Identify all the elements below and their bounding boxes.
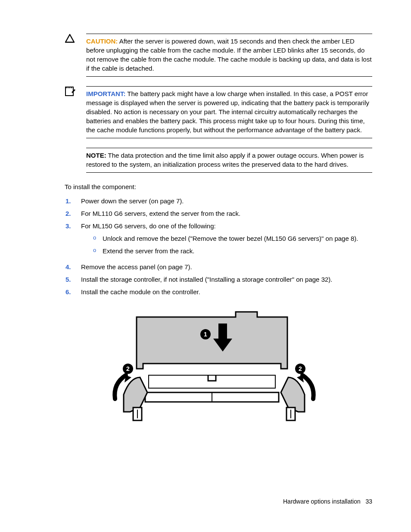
install-figure: 1 2 2: [65, 308, 372, 436]
step-item: 3. For ML150 G6 servers, do one of the f…: [65, 221, 372, 259]
step-item: 4. Remove the access panel (on page 7).: [65, 262, 372, 271]
step-item: 1. Power down the server (on page 7).: [65, 196, 372, 205]
important-body: IMPORTANT: The battery pack might have a…: [86, 86, 372, 138]
note-label: NOTE:: [86, 152, 106, 159]
step-item: 2. For ML110 G6 servers, extend the serv…: [65, 209, 372, 218]
step-text: Install the storage controller, if not i…: [81, 275, 372, 284]
substeps-list: o Unlock and remove the bezel ("Remove t…: [93, 234, 372, 255]
page-footer: Hardware options installation 33: [283, 498, 372, 506]
steps-list: 1. Power down the server (on page 7). 2.…: [65, 196, 372, 296]
step-number: 5.: [65, 275, 81, 284]
footer-section: Hardware options installation: [283, 498, 361, 505]
step-text: Power down the server (on page 7).: [81, 196, 372, 205]
caution-callout: CAUTION: After the server is powered dow…: [65, 34, 372, 77]
note-text: The data protection and the time limit a…: [86, 152, 364, 168]
step-text-inner: For ML150 G6 servers, do one of the foll…: [81, 222, 216, 230]
substep-item: o Unlock and remove the bezel ("Remove t…: [93, 234, 372, 243]
step-text: Install the cache module on the controll…: [81, 287, 372, 296]
important-icon: [65, 86, 86, 99]
important-callout: IMPORTANT: The battery pack might have a…: [65, 86, 372, 138]
important-text: The battery pack might have a low charge…: [86, 90, 369, 134]
step-number: 2.: [65, 209, 81, 218]
caution-icon: [65, 34, 86, 45]
substep-text: Extend the server from the rack.: [103, 246, 194, 255]
step-number: 1.: [65, 196, 81, 205]
note-body: NOTE: The data protection and the time l…: [86, 148, 372, 173]
caution-body: CAUTION: After the server is powered dow…: [86, 34, 372, 77]
note-callout: NOTE: The data protection and the time l…: [86, 148, 372, 173]
footer-page: 33: [365, 498, 372, 505]
step-item: 6. Install the cache module on the contr…: [65, 287, 372, 296]
svg-rect-9: [149, 375, 275, 388]
caution-text: After the server is powered down, wait 1…: [86, 37, 372, 72]
substep-text: Unlock and remove the bezel ("Remove the…: [103, 234, 358, 243]
page: CAUTION: After the server is powered dow…: [0, 0, 411, 532]
bullet-icon: o: [93, 234, 103, 243]
svg-text:2: 2: [126, 365, 130, 372]
step-number: 6.: [65, 287, 81, 296]
important-label: IMPORTANT:: [86, 90, 125, 97]
bullet-icon: o: [93, 246, 103, 255]
step-item: 5. Install the storage controller, if no…: [65, 275, 372, 284]
step-text: Remove the access panel (on page 7).: [81, 262, 372, 271]
svg-text:1: 1: [204, 331, 207, 338]
caution-label: CAUTION:: [86, 37, 118, 45]
step-number: 4.: [65, 262, 81, 271]
step-number: 3.: [65, 221, 81, 259]
step-text: For ML150 G6 servers, do one of the foll…: [81, 221, 372, 259]
intro-text: To install the component:: [65, 182, 372, 191]
svg-text:2: 2: [299, 365, 302, 372]
substep-item: o Extend the server from the rack.: [93, 246, 372, 255]
step-text: For ML110 G6 servers, extend the server …: [81, 209, 372, 218]
